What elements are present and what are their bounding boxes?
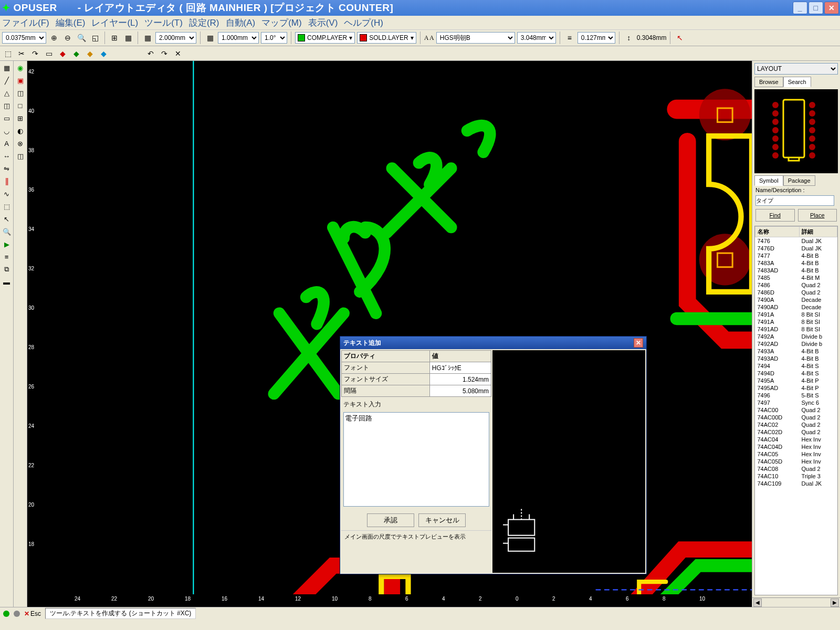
- lt2-f-icon[interactable]: ◐: [15, 125, 26, 136]
- list-item[interactable]: 74AC05DHex Inv: [755, 458, 837, 465]
- list-item[interactable]: 74AC04Hex Inv: [755, 436, 837, 443]
- list-item[interactable]: 7483AD4-Bit B: [755, 267, 837, 274]
- lt2-d-icon[interactable]: □: [15, 100, 26, 111]
- font-select[interactable]: HGS明朝B: [436, 32, 515, 44]
- find-button[interactable]: Find: [755, 209, 795, 222]
- list-item[interactable]: 74AC05Hex Inv: [755, 450, 837, 458]
- col-detail-header[interactable]: 詳細: [799, 227, 837, 237]
- lt1-del-icon[interactable]: △: [1, 87, 13, 99]
- tool-f-icon[interactable]: ◆: [70, 48, 82, 59]
- list-item[interactable]: 7491A8 Bit SI: [755, 311, 837, 318]
- tool-a-icon[interactable]: ⬚: [2, 48, 14, 59]
- list-item[interactable]: 7492ADDivide b: [755, 340, 837, 348]
- list-item[interactable]: 7491A8 Bit SI: [755, 318, 837, 326]
- tab-symbol[interactable]: Symbol: [754, 175, 783, 186]
- list-item[interactable]: 74AC02Quad 2: [755, 421, 837, 428]
- tool-b-icon[interactable]: ✂: [16, 48, 27, 59]
- list-item[interactable]: 7493AD4-Bit B: [755, 355, 837, 362]
- menu-map[interactable]: マップ(M): [261, 17, 301, 29]
- list-item[interactable]: 7493A4-Bit B: [755, 348, 837, 355]
- lt2-a-icon[interactable]: ◉: [15, 62, 26, 74]
- tool-h-icon[interactable]: ◆: [98, 48, 109, 59]
- pitch1-select[interactable]: 0.127mm: [578, 32, 615, 44]
- tool-d-icon[interactable]: ▭: [43, 48, 55, 59]
- lt1-copy-icon[interactable]: ⧉: [1, 264, 13, 275]
- track-width-select[interactable]: 2.000mm: [155, 32, 196, 44]
- cursor-icon[interactable]: ↖: [674, 32, 686, 44]
- snap-icon[interactable]: ⊞: [109, 32, 120, 44]
- tool-e-icon[interactable]: ◆: [57, 48, 68, 59]
- lt1-mirror-icon[interactable]: ⇋: [1, 163, 13, 174]
- angle-select[interactable]: 1.0°: [261, 32, 287, 44]
- list-item[interactable]: 74AC04DHex Inv: [755, 443, 837, 450]
- list-item[interactable]: 74774-Bit B: [755, 252, 837, 259]
- lt2-c-icon[interactable]: ◫: [15, 87, 26, 99]
- component-list[interactable]: 名称 詳細 7476Dual JK7476DDual JK74774-Bit B…: [754, 226, 838, 595]
- via-size-select[interactable]: 1.000mm: [218, 32, 259, 44]
- close-button[interactable]: ✕: [824, 2, 839, 14]
- pitch2-icon[interactable]: ↕: [623, 32, 635, 44]
- tab-package[interactable]: Package: [783, 175, 815, 186]
- lt1-play-icon[interactable]: ▶: [1, 238, 13, 250]
- lt1-text-icon[interactable]: A: [1, 138, 13, 149]
- list-item[interactable]: 7490ADecade: [755, 296, 837, 303]
- menu-auto[interactable]: 自動(A): [226, 17, 256, 29]
- list-item[interactable]: 74AC00DQuad 2: [755, 414, 837, 421]
- list-item[interactable]: 7492ADivide b: [755, 333, 837, 340]
- lt1-cursor-icon[interactable]: ↖: [1, 213, 13, 225]
- list-item[interactable]: 7497Sync 6: [755, 399, 837, 406]
- lt1-sel-icon[interactable]: ⬚: [1, 201, 13, 212]
- undo-icon[interactable]: ↶: [145, 48, 156, 59]
- list-item[interactable]: 74AC10Triple 3: [755, 472, 837, 480]
- list-item[interactable]: 7476DDual JK: [755, 245, 837, 252]
- menu-tool[interactable]: ツール(T): [144, 17, 183, 29]
- list-item[interactable]: 7483A4-Bit B: [755, 259, 837, 267]
- esc-indicator[interactable]: ✕ Esc: [24, 610, 41, 617]
- layer2-chip[interactable]: SOLD.LAYER ▾: [357, 32, 416, 44]
- tab-browse[interactable]: Browse: [754, 77, 783, 87]
- lt1-color-icon[interactable]: ▬: [1, 276, 13, 288]
- menu-file[interactable]: ファイル(F): [2, 17, 49, 29]
- lt1-arc-icon[interactable]: ◡: [1, 125, 13, 136]
- tool-c-icon[interactable]: ↷: [29, 48, 41, 59]
- menu-help[interactable]: ヘルプ(H): [344, 17, 383, 29]
- via-icon[interactable]: ▦: [204, 32, 216, 44]
- lt1-net-icon[interactable]: ∿: [1, 188, 13, 200]
- lt2-b-icon[interactable]: ▣: [15, 75, 26, 86]
- menu-edit[interactable]: 編集(E): [56, 17, 86, 29]
- text-input-area[interactable]: [343, 412, 489, 507]
- lt2-g-icon[interactable]: ⊗: [15, 138, 26, 149]
- lt1-grid-icon[interactable]: ▦: [1, 62, 13, 74]
- lt1-comp-icon[interactable]: ◫: [1, 100, 13, 111]
- tab-search[interactable]: Search: [783, 77, 811, 87]
- list-item[interactable]: 7490ADDecade: [755, 303, 837, 311]
- lt1-zoom-icon[interactable]: 🔍: [1, 226, 13, 237]
- grid-select[interactable]: 0.0375mm: [2, 32, 46, 44]
- list-item[interactable]: 74AC109Dual JK: [755, 480, 837, 487]
- tool-x-icon[interactable]: ✕: [172, 48, 184, 59]
- dialog-close-button[interactable]: ✕: [634, 338, 643, 348]
- list-item[interactable]: 74AC00Quad 2: [755, 406, 837, 414]
- zoom-out-icon[interactable]: ⊖: [62, 32, 74, 44]
- lt1-pin-icon[interactable]: ǁ: [1, 175, 13, 187]
- lt1-line-icon[interactable]: ╱: [1, 75, 13, 86]
- list-item[interactable]: 7486DQuad 2: [755, 289, 837, 296]
- list-item[interactable]: 7476Dual JK: [755, 237, 837, 245]
- list-item[interactable]: 74AC02DQuad 2: [755, 428, 837, 436]
- ok-button[interactable]: 承認: [367, 513, 414, 527]
- list-hscroll[interactable]: ◀ ▶: [752, 597, 840, 607]
- list-item[interactable]: 74854-Bit M: [755, 274, 837, 281]
- mode-select[interactable]: LAYOUT: [754, 63, 838, 75]
- lt1-xx-icon[interactable]: ▭: [1, 112, 13, 124]
- lt2-h-icon[interactable]: ◫: [15, 150, 26, 162]
- layer1-chip[interactable]: COMP.LAYER ▾: [295, 32, 355, 44]
- lt2-e-icon[interactable]: ⊞: [15, 112, 26, 124]
- layer-icon[interactable]: ▦: [122, 32, 134, 44]
- grid-toggle-icon[interactable]: ▦: [142, 32, 153, 44]
- menu-settings[interactable]: 設定(R): [189, 17, 219, 29]
- list-item[interactable]: 74944-Bit S: [755, 362, 837, 370]
- lt1-layers-icon[interactable]: ≡: [1, 251, 13, 262]
- zoom-fit-icon[interactable]: ◱: [89, 32, 101, 44]
- zoom-window-icon[interactable]: 🔍: [76, 32, 87, 44]
- list-item[interactable]: 74965-Bit S: [755, 392, 837, 399]
